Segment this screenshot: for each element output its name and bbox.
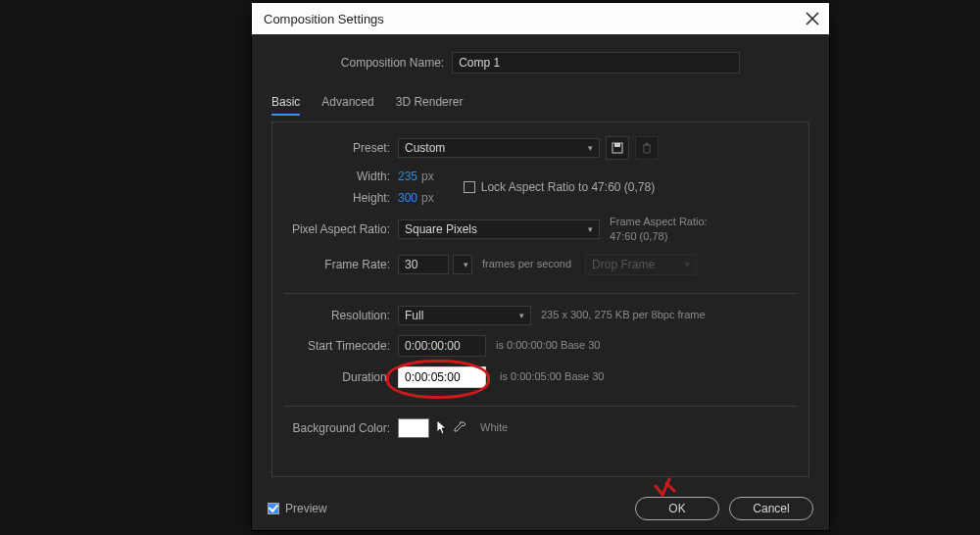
bg-color-swatch[interactable] <box>398 418 429 438</box>
frame-aspect-value: 47:60 (0,78) <box>610 229 708 244</box>
frame-rate-dropdown[interactable]: ▾ <box>453 255 472 274</box>
duration-label: Duration: <box>284 370 390 384</box>
chevron-down-icon: ▾ <box>464 255 468 274</box>
dialog-title: Composition Settings <box>264 12 384 26</box>
chevron-down-icon: ▾ <box>684 255 690 274</box>
pixel-aspect-value: Square Pixels <box>405 219 477 239</box>
dialog-footer: Preview OK Cancel <box>252 487 829 530</box>
resolution-select[interactable]: Full ▾ <box>398 306 531 325</box>
basic-panel: Preset: Custom ▾ Width: 235 <box>271 122 809 477</box>
delete-preset-button <box>635 136 659 160</box>
ok-button[interactable]: OK <box>635 497 719 520</box>
height-label: Height: <box>284 191 390 205</box>
preset-label: Preset: <box>284 141 390 155</box>
comp-name-label: Composition Name: <box>341 56 444 70</box>
lock-aspect-label: Lock Aspect Ratio to 47:60 (0,78) <box>481 180 655 194</box>
frame-rate-label: Frame Rate: <box>284 258 390 271</box>
width-suffix: px <box>421 170 434 183</box>
svg-rect-1 <box>614 143 620 147</box>
pixel-aspect-select[interactable]: Square Pixels ▾ <box>398 219 600 239</box>
lock-aspect-checkbox[interactable] <box>464 181 475 193</box>
preset-value: Custom <box>405 138 445 158</box>
tab-bar: Basic Advanced 3D Renderer <box>271 91 809 116</box>
chevron-down-icon: ▾ <box>588 219 593 239</box>
tab-basic[interactable]: Basic <box>271 91 300 115</box>
close-icon[interactable] <box>806 12 819 25</box>
start-timecode-input[interactable] <box>398 335 486 357</box>
save-preset-button[interactable] <box>606 136 629 160</box>
duration-info: is 0:00:05:00 Base 30 <box>500 369 604 384</box>
bg-color-name: White <box>480 420 508 435</box>
dialog-header: Composition Settings <box>252 3 829 34</box>
resolution-label: Resolution: <box>284 309 390 322</box>
comp-name-input[interactable] <box>452 52 740 73</box>
height-value[interactable]: 300 <box>398 191 417 205</box>
frame-rate-suffix: frames per second <box>482 257 571 271</box>
preview-checkbox[interactable] <box>268 503 279 514</box>
resolution-info: 235 x 300, 275 KB per 8bpc frame <box>541 308 706 322</box>
height-suffix: px <box>421 191 434 205</box>
tab-3d-renderer[interactable]: 3D Renderer <box>396 91 464 115</box>
preset-select[interactable]: Custom ▾ <box>398 138 600 158</box>
eyedropper-icon[interactable] <box>453 421 466 435</box>
duration-input[interactable] <box>398 366 486 388</box>
frame-rate-input[interactable]: 30 <box>398 255 449 274</box>
resolution-value: Full <box>405 306 423 325</box>
pixel-aspect-label: Pixel Aspect Ratio: <box>284 222 390 236</box>
chevron-down-icon: ▾ <box>588 138 593 158</box>
start-timecode-label: Start Timecode: <box>284 339 390 353</box>
preview-label: Preview <box>285 502 327 515</box>
width-label: Width: <box>284 170 390 183</box>
cursor-icon <box>437 420 449 436</box>
bg-color-label: Background Color: <box>284 421 390 435</box>
tab-advanced[interactable]: Advanced <box>321 91 373 115</box>
drop-frame-select: Drop Frame ▾ <box>585 254 697 275</box>
composition-settings-dialog: Composition Settings Composition Name: B… <box>252 3 829 530</box>
start-timecode-info: is 0:00:00:00 Base 30 <box>496 338 600 353</box>
frame-aspect-title: Frame Aspect Ratio: <box>610 215 708 229</box>
width-value[interactable]: 235 <box>398 170 417 183</box>
chevron-down-icon: ▾ <box>519 306 524 325</box>
cancel-button[interactable]: Cancel <box>729 497 813 520</box>
